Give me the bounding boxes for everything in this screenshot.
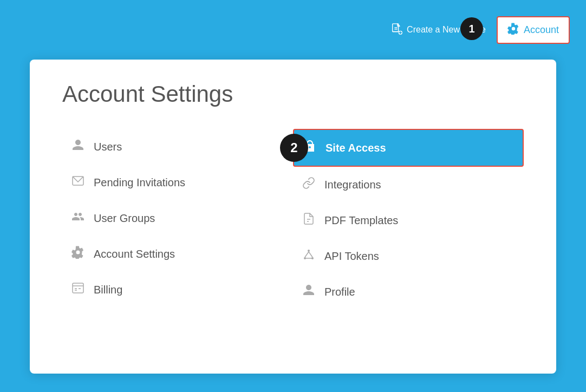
page-title: Account Settings	[62, 81, 524, 107]
menu-item-profile[interactable]: Profile	[293, 274, 524, 310]
svg-line-20	[305, 252, 309, 257]
left-menu: Users Pending Invitations User Groups	[62, 129, 293, 310]
api-tokens-label: API Tokens	[324, 250, 379, 263]
create-article-icon	[390, 23, 402, 37]
menu-item-pdf-templates[interactable]: PDF Templates	[293, 202, 524, 238]
menu-item-users[interactable]: Users	[62, 129, 293, 165]
users-label: Users	[94, 141, 122, 153]
account-button[interactable]: Account	[497, 16, 570, 44]
user-groups-label: User Groups	[94, 212, 155, 225]
billing-label: Billing	[94, 284, 122, 296]
menu-item-pending-invitations[interactable]: Pending Invitations	[62, 165, 293, 200]
profile-label: Profile	[324, 286, 355, 298]
right-menu: 2 Site Access Integrations	[293, 129, 524, 310]
main-card: Account Settings Users Pending Invitatio…	[30, 60, 556, 374]
menu-item-account-settings[interactable]: Account Settings	[62, 236, 293, 272]
billing-icon	[71, 282, 85, 298]
group-icon	[71, 210, 85, 226]
step-1-badge: 1	[460, 17, 483, 40]
pending-invitations-label: Pending Invitations	[94, 177, 185, 189]
menu-item-api-tokens[interactable]: API Tokens	[293, 238, 524, 274]
header-actions: Create a New Article 1 Account	[390, 16, 570, 44]
menu-item-site-access[interactable]: 2 Site Access	[293, 129, 524, 167]
step-2-badge: 2	[280, 134, 308, 162]
integrations-label: Integrations	[324, 179, 381, 191]
account-settings-label: Account Settings	[94, 248, 175, 260]
profile-icon	[302, 284, 316, 300]
svg-rect-10	[73, 283, 83, 293]
menu-grid: Users Pending Invitations User Groups	[62, 129, 524, 310]
svg-point-17	[308, 250, 310, 252]
settings-icon	[71, 246, 85, 262]
menu-item-user-groups[interactable]: User Groups	[62, 200, 293, 236]
account-label: Account	[524, 24, 559, 36]
link-icon	[302, 177, 316, 193]
site-access-label: Site Access	[325, 142, 386, 154]
header: Create a New Article 1 Account	[0, 0, 586, 60]
menu-item-billing[interactable]: Billing	[62, 272, 293, 308]
user-icon	[71, 139, 85, 155]
pdf-icon	[302, 212, 316, 228]
gear-icon	[507, 23, 519, 37]
mail-icon	[71, 174, 85, 191]
menu-item-integrations[interactable]: Integrations	[293, 167, 524, 202]
pdf-templates-label: PDF Templates	[324, 214, 398, 227]
api-icon	[302, 248, 316, 264]
svg-line-21	[309, 252, 312, 257]
